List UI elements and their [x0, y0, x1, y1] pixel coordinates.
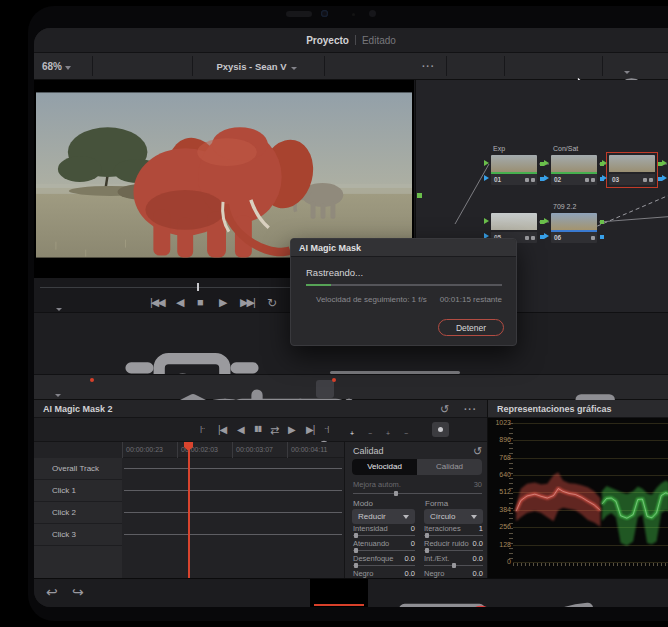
stop-button[interactable]: Detener [438, 319, 504, 336]
pen-remove-small-icon[interactable]: − [396, 423, 409, 436]
node-rgb-output[interactable] [600, 220, 604, 224]
node-key-input[interactable] [662, 175, 667, 181]
node-rgb-input[interactable] [544, 160, 549, 166]
hand-icon[interactable] [482, 59, 497, 74]
hdr-wheels-icon[interactable] [106, 380, 124, 398]
pause-icon[interactable] [254, 425, 261, 433]
delete-track-icon[interactable] [100, 529, 111, 540]
node-rgb-input[interactable] [602, 160, 607, 166]
filmstrip-view-icon[interactable] [106, 59, 121, 74]
param-slider[interactable] [353, 565, 415, 566]
node-rgb-input[interactable] [662, 160, 667, 166]
param-slider-thumb[interactable] [425, 548, 429, 553]
viewer-video[interactable] [36, 92, 412, 258]
picker-icon[interactable] [228, 380, 246, 398]
param-slider-thumb[interactable] [354, 563, 358, 568]
param-slider[interactable] [353, 535, 415, 536]
range-end-icon[interactable] [324, 425, 328, 433]
pen-add-small-icon[interactable]: + [378, 423, 391, 436]
auto-improve-thumb[interactable] [394, 491, 398, 496]
graph-node-06[interactable]: 709 2.206 [551, 213, 597, 243]
skip-start-icon[interactable] [150, 297, 164, 308]
lightbox-zoom-icon[interactable] [642, 59, 658, 74]
trash-icon[interactable] [100, 586, 114, 600]
layers-icon[interactable] [538, 59, 553, 74]
cut-page-icon[interactable] [278, 586, 293, 601]
curves-icon[interactable] [138, 380, 156, 398]
param-slider-thumb[interactable] [452, 563, 456, 568]
skip-end-icon[interactable] [306, 425, 314, 435]
panel-options-icon[interactable] [464, 405, 477, 415]
range-start-icon[interactable] [200, 425, 204, 433]
delete-track-icon[interactable] [100, 485, 111, 496]
param-slider[interactable] [424, 550, 483, 551]
node-rgb-input[interactable] [484, 218, 489, 224]
playhead-line[interactable] [188, 442, 190, 578]
pen-options-icon[interactable] [414, 423, 427, 436]
step-back-icon[interactable] [176, 297, 184, 308]
param-slider[interactable] [353, 550, 415, 551]
cursor-icon[interactable] [456, 59, 471, 74]
delete-track-icon[interactable] [100, 507, 111, 518]
pen-remove-icon[interactable]: − [360, 423, 373, 436]
tracker-ruler[interactable]: 00:00:00:2300:00:02:0300:00:03:0700:00:0… [122, 442, 344, 458]
bypass-frame-icon[interactable] [336, 59, 351, 74]
graph-node-01[interactable]: Exp01 [491, 155, 537, 185]
speaker-icon[interactable] [394, 59, 409, 74]
play-icon[interactable] [288, 425, 296, 435]
stop-icon[interactable] [197, 297, 204, 308]
tracking-dialog[interactable]: AI Magic Mask Rastreando... Velocidad de… [290, 238, 517, 346]
scopes-icon[interactable] [494, 380, 512, 398]
node-key-input[interactable] [544, 175, 549, 181]
grid-view-icon[interactable] [136, 59, 151, 74]
auto-improve-slider[interactable] [353, 493, 482, 494]
node-rgb-input[interactable] [544, 218, 549, 224]
param-slider-thumb[interactable] [354, 548, 358, 553]
node-key-input[interactable] [484, 175, 489, 181]
param-slider-thumb[interactable] [354, 533, 358, 538]
color-wheels-icon[interactable] [74, 380, 92, 398]
param-slider-thumb[interactable] [425, 533, 429, 538]
splitter-icon[interactable] [562, 59, 577, 74]
track-start-icon[interactable] [174, 423, 188, 437]
color-page-tab[interactable] [310, 579, 368, 607]
magic-mask-icon[interactable] [316, 380, 334, 398]
deliver-page-icon[interactable] [386, 585, 401, 600]
still-preview-icon[interactable] [612, 59, 627, 74]
swap-icon[interactable] [270, 425, 279, 436]
node-key-input[interactable] [544, 233, 549, 239]
zoom-level[interactable]: 68% [42, 53, 71, 79]
mode-dropdown[interactable]: Reducir [352, 509, 415, 524]
more-icon[interactable] [422, 62, 435, 72]
skip-start-icon[interactable] [218, 425, 226, 435]
toggle-calidad[interactable]: Calidad [417, 459, 482, 475]
play-icon[interactable] [219, 297, 227, 308]
power-window-icon[interactable] [258, 380, 276, 398]
blur-icon[interactable] [346, 380, 364, 398]
quality-reset-icon[interactable] [473, 446, 482, 457]
undo-icon[interactable] [46, 585, 58, 599]
keyframes-icon[interactable] [526, 380, 544, 398]
graph-node-02[interactable]: Con/Sat02 [551, 155, 597, 185]
node-connect-icon[interactable] [514, 59, 529, 74]
sizing-icon[interactable] [402, 380, 420, 398]
tracker-icon[interactable] [288, 380, 306, 398]
shape-dropdown[interactable]: Círculo [424, 509, 483, 524]
skip-end-icon[interactable] [240, 297, 254, 308]
param-slider[interactable] [424, 565, 483, 566]
keyer-icon[interactable] [374, 380, 392, 398]
split-view-icon[interactable] [166, 59, 181, 74]
clip-title-dropdown[interactable]: Pxysis - Sean V [194, 53, 319, 79]
motion-effects-icon[interactable] [198, 380, 216, 398]
node-key-input[interactable] [602, 175, 607, 181]
qualifier-icon[interactable] [168, 380, 186, 398]
adjust-sliders-icon[interactable] [42, 347, 58, 360]
toggle-velocidad[interactable]: Velocidad [352, 459, 417, 475]
reset-icon[interactable] [440, 404, 449, 415]
graph-node-03[interactable]: 03 [609, 155, 655, 185]
clips-view-icon[interactable] [42, 321, 58, 336]
quality-toggle[interactable]: Velocidad Calidad [352, 459, 482, 475]
graph-input-port[interactable] [417, 193, 422, 198]
step-back-icon[interactable] [237, 425, 245, 435]
param-slider[interactable] [424, 535, 483, 536]
